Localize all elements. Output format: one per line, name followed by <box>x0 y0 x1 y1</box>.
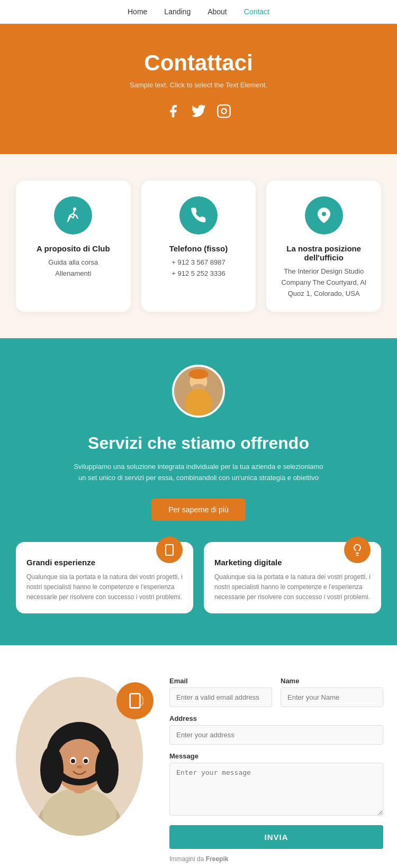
card-location-text: The Interior Design Studio Company The C… <box>277 266 371 299</box>
contact-section: Email Name Address Message INVIA Immagin… <box>0 645 397 868</box>
message-group: Message <box>169 752 383 816</box>
email-input[interactable] <box>169 688 272 707</box>
teal-heading: Servizi che stiamo offrendo <box>16 433 381 453</box>
teal-section: Servizi che stiamo offrendo Sviluppiamo … <box>0 338 397 645</box>
contact-form-area: Email Name Address Message INVIA Immagin… <box>169 677 383 863</box>
mobile-icon <box>156 537 183 563</box>
service-cards-container: Grandi esperienze Qualunque sia la porta… <box>16 542 381 613</box>
service-card-text-2: Qualunque sia la portata e la natura dei… <box>214 572 371 603</box>
service-card-title-1: Grandi esperienze <box>26 558 183 567</box>
nav-landing[interactable]: Landing <box>164 7 191 16</box>
teal-subtitle: Sviluppiamo una soluzione integrata indi… <box>71 462 326 484</box>
form-row-email-name: Email Name <box>169 677 383 707</box>
instagram-icon[interactable] <box>216 104 231 122</box>
message-label: Message <box>169 752 383 760</box>
info-card-phone: Telefono (fisso) + 912 3 567 8987+ 912 5… <box>141 180 256 312</box>
run-icon <box>54 196 92 234</box>
info-card-club: A proposito di Club Guida alla corsaAlle… <box>16 180 131 312</box>
address-input[interactable] <box>169 725 383 745</box>
submit-button[interactable]: INVIA <box>169 825 383 849</box>
hero-title: Contattaci <box>11 50 386 76</box>
person-avatar <box>172 365 225 418</box>
svg-point-27 <box>77 765 82 768</box>
nav-about[interactable]: About <box>207 7 227 16</box>
nav-home[interactable]: Home <box>128 7 147 16</box>
svg-point-21 <box>40 746 64 793</box>
svg-point-2 <box>73 207 76 211</box>
address-label: Address <box>169 715 383 722</box>
svg-point-25 <box>71 759 75 763</box>
service-card-title-2: Marketing digitale <box>214 558 371 567</box>
email-label: Email <box>169 677 272 685</box>
card-location-title: La nostra posizione dell'ufficio <box>277 244 371 262</box>
card-phone-text: + 912 3 567 8987+ 912 5 252 3336 <box>152 257 246 279</box>
svg-point-9 <box>185 389 212 418</box>
info-cards-container: A proposito di Club Guida alla corsaAlle… <box>16 180 381 312</box>
facebook-icon[interactable] <box>166 104 181 122</box>
svg-rect-7 <box>189 373 209 376</box>
navbar: Home Landing About Contact <box>0 0 397 24</box>
service-card-text-1: Qualunque sia la portata e la natura dei… <box>26 572 183 603</box>
hero-subtitle: Sample text. Click to select the Text El… <box>11 81 386 89</box>
phone-badge-icon <box>116 682 154 719</box>
info-section: A proposito di Club Guida alla corsaAlle… <box>0 154 397 338</box>
freepik-link[interactable]: Freepik <box>206 855 229 863</box>
name-group: Name <box>281 677 383 707</box>
social-icons <box>11 104 386 122</box>
card-club-text: Guida alla corsaAllenamenti <box>26 257 120 279</box>
svg-point-3 <box>322 212 326 216</box>
svg-rect-0 <box>218 105 230 117</box>
svg-point-20 <box>57 739 102 779</box>
service-card-experience: Grandi esperienze Qualunque sia la porta… <box>16 542 193 613</box>
message-textarea[interactable] <box>169 763 383 816</box>
email-group: Email <box>169 677 272 707</box>
service-card-marketing: Marketing digitale Qualunque sia la port… <box>204 542 381 613</box>
bulb-icon <box>344 537 371 563</box>
nav-contact[interactable]: Contact <box>244 7 269 16</box>
card-club-title: A proposito di Club <box>26 244 120 253</box>
card-phone-title: Telefono (fisso) <box>152 244 246 253</box>
learn-more-button[interactable]: Per saperne di più <box>151 499 246 521</box>
phone-icon <box>179 196 218 234</box>
name-label: Name <box>281 677 383 685</box>
name-input[interactable] <box>281 688 383 707</box>
address-group: Address <box>169 715 383 745</box>
twitter-icon[interactable] <box>191 104 206 122</box>
svg-rect-28 <box>130 693 140 708</box>
attribution-text: Immagini da Freepik <box>169 855 383 863</box>
contact-image-area <box>16 677 154 836</box>
info-card-location: La nostra posizione dell'ufficio The Int… <box>266 180 381 312</box>
svg-point-22 <box>95 746 119 793</box>
location-icon <box>305 196 343 234</box>
svg-point-26 <box>84 759 88 763</box>
hero-section: Contattaci Sample text. Click to select … <box>0 24 397 154</box>
